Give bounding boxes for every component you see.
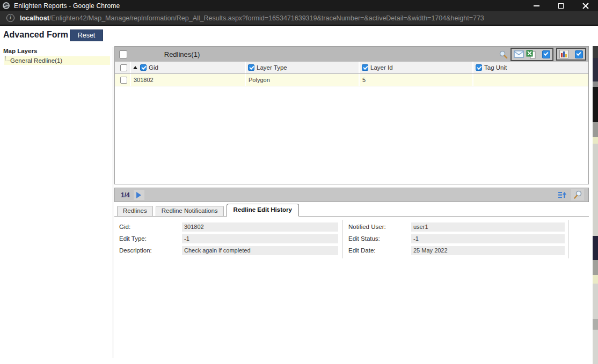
- detail-row-notified-user: Notified User: user1: [344, 222, 565, 232]
- detail-row-edit-type: Edit Type: -1: [114, 234, 338, 243]
- page-title: Advanced Form: [3, 30, 68, 40]
- grid-toolbar: [499, 48, 588, 61]
- select-all-checkbox[interactable]: [119, 50, 127, 58]
- tab-redlines[interactable]: Redlines: [117, 206, 153, 216]
- detail-column-right: Notified User: user1 Edit Status: -1 Edi…: [344, 222, 565, 257]
- column-label: Layer Type: [257, 64, 287, 71]
- pager-bar: 1/4: [114, 188, 589, 202]
- header-row-checkbox-cell: [115, 62, 130, 73]
- page-indicator: 1/4: [121, 191, 130, 199]
- chart-toggle-checkbox[interactable]: [575, 50, 583, 58]
- field-label: Edit Date:: [344, 247, 411, 254]
- notified-user-value: user1: [411, 222, 565, 232]
- column-header-tag-unit[interactable]: Tag Unit: [472, 62, 588, 73]
- cell-gid: 301802: [130, 74, 245, 86]
- edit-type-value: -1: [182, 234, 338, 243]
- tab-redline-edit-history[interactable]: Redline Edit History: [227, 204, 299, 217]
- email-export-checkbox[interactable]: [542, 50, 550, 58]
- detail-row-edit-date: Edit Date: 25 May 2022: [344, 246, 565, 255]
- browser-address-bar[interactable]: i localhost/Enlighten42/Map_Manage/repIn…: [0, 11, 598, 26]
- column-label: Tag Unit: [484, 64, 507, 71]
- reset-button[interactable]: Reset: [70, 29, 103, 41]
- cell-layer-id: 5: [359, 74, 472, 86]
- site-info-icon[interactable]: i: [6, 14, 14, 22]
- url-path: /Enlighten42/Map_Manage/repInformation/R…: [49, 14, 484, 22]
- row-checkbox-cell: [115, 74, 130, 86]
- detail-column-separator: [342, 220, 342, 258]
- window-titlebar: Enlighten Reports - Google Chrome: [0, 0, 598, 11]
- header-row-checkbox[interactable]: [120, 64, 127, 71]
- grid-title-bar: Redlines(1): [115, 47, 588, 62]
- detail-tabs: Redlines Redline Notifications Redline E…: [114, 204, 589, 217]
- sidebar-item-general-redline[interactable]: General Redline(1): [4, 56, 110, 65]
- tab-redline-notifications[interactable]: Redline Notifications: [156, 206, 224, 216]
- column-header-layer-id[interactable]: Layer Id: [359, 62, 472, 73]
- field-label: Description:: [114, 247, 182, 254]
- field-label: Edit Type:: [114, 235, 182, 242]
- detail-row-description: Description: Check again if completed: [114, 246, 338, 255]
- maximize-button[interactable]: [549, 0, 573, 11]
- column-header-layer-type[interactable]: Layer Type: [245, 62, 359, 73]
- scroll-to-top-icon[interactable]: [558, 191, 567, 199]
- next-page-button[interactable]: [134, 190, 144, 200]
- cell-tag-unit: [472, 74, 588, 86]
- page-url[interactable]: localhost/Enlighten42/Map_Manage/repInfo…: [20, 14, 484, 22]
- detail-row-gid: Gid: 301802: [114, 222, 338, 232]
- gid-value: 301802: [182, 222, 338, 232]
- field-label: Gid:: [114, 224, 182, 230]
- chart-icon-group: [556, 48, 586, 61]
- detail-right-separator: [568, 220, 568, 258]
- minimize-button[interactable]: [524, 0, 549, 11]
- export-icon-group: [511, 48, 553, 61]
- sidebar-item-label: General Redline(1): [10, 57, 62, 64]
- window-title: Enlighten Reports - Google Chrome: [14, 2, 120, 10]
- edit-status-value: -1: [411, 234, 565, 243]
- maximize-icon: [558, 3, 564, 9]
- field-label: Edit Status:: [344, 235, 411, 242]
- table-row[interactable]: 301802 Polygon 5: [115, 74, 588, 86]
- redlines-grid: Redlines(1): [114, 46, 589, 184]
- tag-unit-visibility-checkbox[interactable]: [476, 64, 482, 71]
- column-header-gid[interactable]: Gid: [130, 62, 245, 73]
- bar-chart-icon[interactable]: [559, 50, 568, 58]
- pager-toolbar: [558, 189, 588, 200]
- layer-type-visibility-checkbox[interactable]: [248, 64, 254, 71]
- search-icon[interactable]: [499, 50, 508, 59]
- column-label: Layer Id: [370, 64, 393, 71]
- layer-id-visibility-checkbox[interactable]: [362, 64, 368, 71]
- tree-connector-icon: [5, 56, 10, 61]
- excel-export-icon[interactable]: [526, 50, 536, 59]
- detail-column-left: Gid: 301802 Edit Type: -1 Description: C…: [114, 222, 338, 257]
- redline-edit-history-panel: Gid: 301802 Edit Type: -1 Description: C…: [114, 220, 589, 261]
- grid-title: Redlines(1): [144, 50, 220, 58]
- app-favicon-icon: [3, 2, 10, 9]
- detail-row-edit-status: Edit Status: -1: [344, 234, 565, 243]
- sort-ascending-icon: [133, 66, 137, 69]
- close-button[interactable]: [573, 0, 598, 11]
- grid-column-header-row: Gid Layer Type Layer Id Tag Unit: [115, 62, 588, 74]
- row-select-checkbox[interactable]: [120, 77, 127, 84]
- description-value: Check again if completed: [182, 246, 338, 255]
- minimize-icon: [534, 5, 539, 6]
- close-icon: [582, 3, 589, 9]
- map-layers-heading: Map Layers: [3, 48, 37, 54]
- edit-date-value: 25 May 2022: [411, 246, 565, 255]
- detail-search-icon[interactable]: [571, 189, 584, 200]
- url-host: localhost: [20, 14, 49, 22]
- field-label: Notified User:: [344, 224, 411, 230]
- next-page-icon: [136, 192, 141, 198]
- gid-visibility-checkbox[interactable]: [140, 64, 147, 71]
- sidebar-divider: [113, 47, 113, 358]
- column-label: Gid: [149, 64, 158, 71]
- cell-layer-type: Polygon: [245, 74, 359, 86]
- email-icon[interactable]: [514, 50, 524, 58]
- window-controls: [524, 0, 598, 11]
